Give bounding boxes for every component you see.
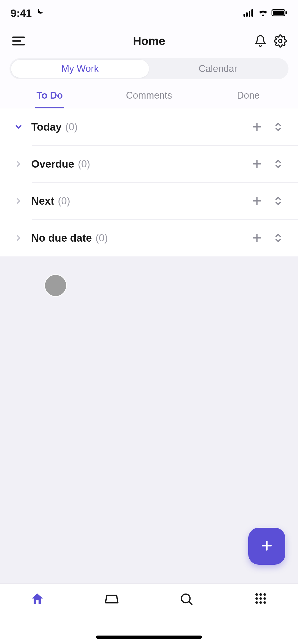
create-fab[interactable] (248, 528, 285, 565)
svg-point-29 (255, 601, 258, 604)
chevron-down-icon[interactable] (11, 122, 26, 132)
svg-rect-5 (273, 11, 284, 15)
section-count: (0) (96, 232, 108, 244)
nav-inbox[interactable] (75, 592, 149, 608)
touch-indicator (45, 275, 66, 296)
svg-point-31 (264, 601, 266, 604)
section-overdue[interactable]: Overdue (0) (0, 145, 298, 182)
status-time-group: 9:41 (11, 7, 44, 19)
sort-handle-icon[interactable] (269, 159, 287, 169)
chevron-right-icon[interactable] (11, 233, 26, 243)
segment-calendar[interactable]: Calendar (149, 60, 287, 78)
search-icon (179, 592, 194, 608)
status-time: 9:41 (11, 7, 32, 19)
view-segmented: My Work Calendar (10, 58, 288, 79)
segment-label: My Work (61, 63, 99, 74)
sort-handle-icon[interactable] (269, 196, 287, 206)
svg-point-23 (255, 593, 258, 596)
svg-point-28 (264, 597, 266, 600)
status-bar: 9:41 (0, 0, 298, 26)
add-task-button[interactable] (248, 195, 266, 207)
svg-point-26 (255, 597, 258, 600)
wifi-icon (258, 9, 268, 18)
segment-my-work[interactable]: My Work (11, 60, 149, 78)
chevron-right-icon[interactable] (11, 196, 26, 206)
menu-button[interactable] (11, 34, 26, 48)
section-count: (0) (65, 121, 78, 133)
section-today[interactable]: Today (0) (0, 108, 298, 145)
add-task-button[interactable] (248, 158, 266, 170)
home-icon (30, 592, 45, 608)
tab-label: Comments (126, 90, 172, 101)
sort-handle-icon[interactable] (269, 122, 287, 132)
section-label: Next (31, 195, 54, 207)
section-label: Overdue (31, 158, 74, 170)
section-no-due-date[interactable]: No due date (0) (0, 219, 298, 256)
tab-label: To Do (37, 90, 63, 101)
bottom-nav (0, 583, 298, 644)
page-title: Home (133, 34, 165, 48)
view-segmented-wrap: My Work Calendar (0, 56, 298, 82)
task-tabs: To Do Comments Done (0, 82, 298, 108)
svg-rect-2 (249, 11, 250, 17)
svg-point-10 (279, 39, 282, 43)
notifications-button[interactable] (254, 35, 267, 47)
empty-area (0, 256, 298, 618)
svg-point-25 (264, 593, 266, 596)
section-label: Today (31, 121, 62, 133)
sort-handle-icon[interactable] (269, 233, 287, 243)
add-task-button[interactable] (248, 121, 266, 133)
cellular-icon (243, 9, 255, 18)
status-indicators (243, 9, 287, 18)
svg-point-30 (259, 601, 262, 604)
segment-label: Calendar (198, 63, 237, 74)
tab-done[interactable]: Done (199, 90, 298, 108)
nav-apps[interactable] (224, 592, 298, 606)
section-label: No due date (31, 232, 92, 244)
svg-rect-3 (251, 9, 253, 17)
settings-button[interactable] (274, 34, 287, 48)
svg-point-27 (259, 597, 262, 600)
moon-icon (34, 7, 44, 19)
nav-search[interactable] (149, 592, 224, 608)
svg-rect-6 (286, 11, 287, 14)
svg-rect-1 (246, 12, 248, 17)
section-count: (0) (58, 195, 70, 207)
add-task-button[interactable] (248, 232, 266, 244)
svg-rect-0 (243, 14, 245, 17)
plus-icon (260, 539, 274, 554)
svg-line-22 (189, 602, 192, 605)
tab-comments[interactable]: Comments (99, 90, 198, 108)
svg-point-24 (259, 593, 262, 596)
sections-list: Today (0) Overdue (0) (0, 108, 298, 256)
nav-home[interactable] (0, 592, 75, 608)
home-indicator[interactable] (96, 636, 202, 639)
tab-todo[interactable]: To Do (0, 90, 99, 108)
app-header: Home (0, 26, 298, 56)
chevron-right-icon[interactable] (11, 159, 26, 169)
inbox-icon (104, 592, 119, 608)
section-next[interactable]: Next (0) (0, 182, 298, 219)
tab-label: Done (237, 90, 260, 101)
battery-icon (272, 9, 287, 18)
section-count: (0) (78, 158, 90, 170)
grid-icon (254, 592, 268, 606)
